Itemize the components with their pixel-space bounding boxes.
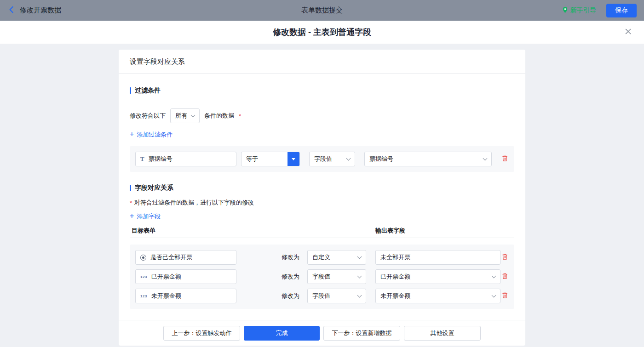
mapping-rows-container: 是否已全部开票 修改为 自定义 未全部开票: [130, 245, 514, 309]
filter-rows-container: T 票据编号 等于 字段值: [130, 146, 514, 172]
add-field-label: 添加字段: [137, 212, 161, 221]
custom-value-text: 未全部开票: [380, 253, 410, 262]
target-field-select[interactable]: 123 未开票金额: [135, 289, 236, 303]
target-field-value: 未开票金额: [151, 292, 181, 300]
number-field-type-icon: 123: [140, 275, 147, 279]
number-field-type-icon: 123: [140, 294, 147, 298]
chevron-down-icon: [191, 113, 196, 117]
mapping-description-text: 对符合过滤条件的数据，进行以下字段的修改: [134, 199, 254, 207]
operator-value: 等于: [242, 152, 288, 166]
trash-icon: [501, 273, 508, 281]
location-pin-icon: [562, 6, 568, 15]
match-mode-value: 所有: [175, 112, 187, 120]
dialog-content: 设置字段对应关系 过滤条件 修改符合以下 所有 条件的数据 * + 添加过滤条件: [0, 44, 644, 347]
chevron-down-icon: [492, 273, 496, 278]
plus-icon: +: [130, 131, 134, 138]
delete-mapping-row-button[interactable]: [501, 272, 509, 281]
modify-to-label: 修改为: [282, 292, 301, 300]
next-step-button[interactable]: 下一步：设置新增数据: [323, 326, 400, 341]
chevron-down-icon: [357, 273, 362, 278]
chevron-down-icon: [492, 293, 496, 297]
modify-mode-value: 字段值: [312, 292, 330, 300]
output-field-value: 未开票金额: [380, 292, 410, 300]
filter-field-select[interactable]: T 票据编号: [135, 152, 236, 166]
delete-filter-row-button[interactable]: [501, 154, 509, 164]
delete-mapping-row-button[interactable]: [501, 253, 509, 262]
text-field-type-icon: T: [140, 155, 144, 163]
chevron-down-icon: [483, 156, 488, 160]
filter-section-title-text: 过滤条件: [135, 86, 161, 95]
section-accent-bar: [130, 87, 131, 94]
value-type-select[interactable]: 字段值: [309, 152, 355, 166]
custom-value-input[interactable]: 未全部开票: [375, 250, 500, 265]
mapping-description: * 对符合过滤条件的数据，进行以下字段的修改: [130, 199, 514, 207]
save-button[interactable]: 保存: [606, 4, 637, 17]
operator-dropdown-button[interactable]: [288, 152, 299, 166]
column-header-target-form: 目标表单: [132, 227, 155, 235]
radio-field-type-icon: [140, 255, 146, 261]
prev-step-button[interactable]: 上一步：设置触发动作: [163, 326, 240, 341]
topbar-title: 表单数据提交: [301, 6, 343, 15]
mapping-section-title-text: 字段对应关系: [135, 184, 173, 192]
chevron-down-icon: [357, 254, 362, 259]
chevron-down-icon: [357, 293, 362, 297]
output-field-select[interactable]: 已开票金额: [375, 269, 500, 284]
dialog-title: 修改数据 - 主表到普通字段: [273, 27, 371, 38]
modify-mode-value: 字段值: [312, 273, 330, 281]
filter-value-select[interactable]: 票据编号: [364, 152, 492, 166]
beginner-guide-button[interactable]: 新手引导: [562, 6, 596, 15]
mapping-row: 是否已全部开票 修改为 自定义 未全部开票: [135, 250, 509, 265]
add-field-link[interactable]: + 添加字段: [130, 212, 161, 221]
close-icon: [625, 28, 632, 36]
beginner-guide-label: 新手引导: [570, 6, 596, 15]
dialog-header: 修改数据 - 主表到普通字段: [0, 21, 644, 44]
topbar-left: 修改开票数据: [7, 6, 61, 16]
close-button[interactable]: [624, 27, 632, 37]
back-button[interactable]: [7, 6, 16, 16]
condition-suffix-label: 条件的数据: [204, 112, 234, 120]
required-asterisk: *: [130, 199, 132, 206]
output-field-select[interactable]: 未开票金额: [375, 289, 500, 303]
modify-to-label: 修改为: [282, 253, 301, 262]
operator-select[interactable]: 等于: [241, 152, 300, 166]
topbar-right: 新手引导 保存: [562, 4, 637, 17]
settings-card: 设置字段对应关系 过滤条件 修改符合以下 所有 条件的数据 * + 添加过滤条件: [119, 50, 525, 346]
target-field-select[interactable]: 是否已全部开票: [135, 250, 236, 265]
filter-value-value: 票据编号: [369, 155, 393, 163]
modify-mode-select[interactable]: 字段值: [307, 289, 366, 303]
target-field-select[interactable]: 123 已开票金额: [135, 269, 236, 284]
plus-icon: +: [130, 212, 134, 220]
required-asterisk: *: [239, 113, 241, 119]
value-type-value: 字段值: [314, 155, 332, 163]
chevron-down-icon: [346, 156, 351, 160]
output-field-value: 已开票金额: [380, 273, 410, 281]
trash-icon: [501, 155, 508, 163]
trash-icon: [501, 292, 508, 300]
card-header-title: 设置字段对应关系: [119, 50, 525, 74]
mapping-row: 123 已开票金额 修改为 字段值 已开票金额: [135, 269, 509, 284]
filter-condition-line: 修改符合以下 所有 条件的数据 *: [130, 108, 514, 123]
modify-mode-select[interactable]: 自定义: [307, 250, 366, 265]
condition-prefix-label: 修改符合以下: [130, 112, 166, 120]
match-mode-select[interactable]: 所有: [170, 108, 200, 123]
caret-down-icon: [292, 158, 295, 160]
filter-row: T 票据编号 等于 字段值: [135, 152, 509, 166]
mapping-column-headers: 目标表单 输出表字段: [130, 226, 514, 238]
delete-mapping-row-button[interactable]: [501, 291, 509, 301]
filter-section-title: 过滤条件: [130, 86, 514, 95]
add-filter-condition-link[interactable]: + 添加过滤条件: [130, 131, 172, 139]
modify-mode-select[interactable]: 字段值: [307, 269, 366, 284]
section-accent-bar: [130, 185, 131, 191]
card-footer: 上一步：设置触发动作 完成 下一步：设置新增数据 其他设置: [119, 320, 525, 346]
add-filter-condition-label: 添加过滤条件: [137, 131, 172, 139]
back-label[interactable]: 修改开票数据: [20, 6, 61, 15]
other-settings-button[interactable]: 其他设置: [404, 326, 481, 341]
card-body: 过滤条件 修改符合以下 所有 条件的数据 * + 添加过滤条件: [119, 74, 525, 320]
filter-field-value: 票据编号: [149, 155, 172, 163]
done-button[interactable]: 完成: [244, 326, 320, 341]
modify-to-label: 修改为: [282, 273, 301, 281]
column-header-output-field: 输出表字段: [375, 227, 405, 235]
trash-icon: [501, 253, 508, 262]
target-field-value: 已开票金额: [151, 273, 181, 281]
mapping-row: 123 未开票金额 修改为 字段值 未开票金额: [135, 289, 509, 303]
